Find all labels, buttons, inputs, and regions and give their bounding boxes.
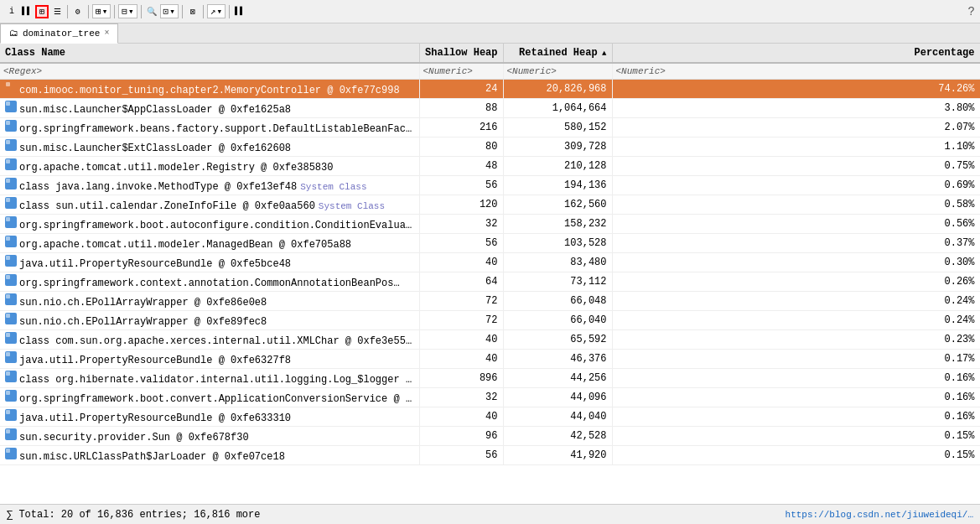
- cell-class-name: class java.lang.invoke.MethodType @ 0xfe…: [0, 176, 419, 195]
- filter-dropdown[interactable]: ⊟ ▾: [118, 4, 137, 18]
- cell-retained-heap: 309,728: [503, 137, 612, 157]
- filter-dropdown-icon: ⊟: [122, 6, 127, 17]
- dominator-tree-tab[interactable]: 🗂 dominator_tree ×: [0, 23, 118, 44]
- cell-class-name: org.springframework.boot.convert.Applica…: [0, 388, 419, 407]
- table-row[interactable]: sun.nio.ch.EPollArrayWrapper @ 0xfe89fec…: [0, 311, 980, 330]
- group-dropdown-arrow: ▾: [169, 6, 175, 17]
- col-header-shallow-heap[interactable]: Shallow Heap: [419, 44, 503, 63]
- cell-shallow-heap: 40: [419, 350, 503, 369]
- cell-class-name: sun.misc.URLClassPath$JarLoader @ 0xfe07…: [0, 446, 419, 465]
- table-row[interactable]: org.springframework.boot.autoconfigure.c…: [0, 215, 980, 234]
- cell-shallow-heap: 72: [419, 311, 503, 330]
- chart-dropdown-arrow: ▾: [216, 6, 222, 17]
- col-header-class-name[interactable]: Class Name: [0, 44, 419, 63]
- col-header-retained-heap[interactable]: Retained Heap: [503, 44, 612, 63]
- cell-shallow-heap: 56: [419, 176, 503, 195]
- stats-icon[interactable]: ▌▌: [233, 5, 246, 18]
- cell-percentage: 0.58%: [612, 195, 980, 215]
- table-row[interactable]: sun.misc.Launcher$AppClassLoader @ 0xfe1…: [0, 99, 980, 118]
- class-icon[interactable]: ☰: [50, 5, 64, 18]
- cell-retained-heap: 44,040: [503, 407, 612, 427]
- table-row[interactable]: java.util.PropertyResourceBundle @ 0xfe6…: [0, 350, 980, 369]
- class-row-icon: [5, 351, 17, 363]
- cell-retained-heap: 103,528: [503, 234, 612, 253]
- toolbar: i ▌▌ ⊞ ☰ ⚙ ⊞ ▾ ⊟ ▾ 🔍 ⊡ ▾ ⊠ ↗ ▾ ▌▌ ?: [0, 0, 980, 23]
- table-body: <Regex> <Numeric> <Numeric> <Numeric> co…: [0, 63, 980, 465]
- cell-retained-heap: 44,096: [503, 388, 612, 407]
- table-row[interactable]: sun.nio.ch.EPollArrayWrapper @ 0xfe86e0e…: [0, 292, 980, 311]
- cell-class-name: org.apache.tomcat.util.modeler.ManagedBe…: [0, 234, 419, 253]
- view-dropdown[interactable]: ⊞ ▾: [92, 4, 111, 18]
- col-header-percentage[interactable]: Percentage: [612, 44, 980, 63]
- class-row-icon: [5, 371, 17, 382]
- cell-retained-heap: 66,040: [503, 311, 612, 330]
- cell-class-name: org.springframework.context.annotation.C…: [0, 272, 419, 292]
- filter-shallow[interactable]: <Numeric>: [419, 63, 503, 80]
- table-row[interactable]: org.springframework.beans.factory.suppor…: [0, 118, 980, 137]
- class-row-icon: [5, 255, 17, 267]
- cell-percentage: 1.10%: [612, 137, 980, 157]
- cell-retained-heap: 20,826,968: [503, 80, 612, 99]
- cell-percentage: 0.16%: [612, 407, 980, 427]
- table-row[interactable]: class java.lang.invoke.MethodType @ 0xfe…: [0, 176, 980, 195]
- chart-dropdown[interactable]: ↗ ▾: [207, 4, 226, 18]
- cell-retained-heap: 65,592: [503, 330, 612, 350]
- help-button[interactable]: ?: [968, 5, 975, 18]
- table-row[interactable]: sun.misc.Launcher$ExtClassLoader @ 0xfe1…: [0, 137, 980, 157]
- class-row-icon: [5, 390, 17, 402]
- filter-percent[interactable]: <Numeric>: [612, 63, 980, 80]
- class-row-icon: [5, 428, 17, 440]
- search-icon[interactable]: 🔍: [145, 5, 158, 18]
- cell-class-name: sun.nio.ch.EPollArrayWrapper @ 0xfe89fec…: [0, 311, 419, 330]
- cell-class-name: sun.misc.Launcher$ExtClassLoader @ 0xfe1…: [0, 137, 419, 157]
- table-row[interactable]: class org.hibernate.validator.internal.u…: [0, 369, 980, 388]
- cell-percentage: 0.75%: [612, 157, 980, 176]
- dominator-table: Class Name Shallow Heap Retained Heap Pe…: [0, 44, 980, 465]
- cell-percentage: 0.37%: [612, 234, 980, 253]
- cell-percentage: 0.24%: [612, 311, 980, 330]
- table-header-row: Class Name Shallow Heap Retained Heap Pe…: [0, 44, 980, 63]
- table-row[interactable]: org.apache.tomcat.util.modeler.ManagedBe…: [0, 234, 980, 253]
- tab-label: dominator_tree: [23, 29, 100, 39]
- layout-icon[interactable]: ⊠: [186, 5, 200, 18]
- cell-retained-heap: 83,480: [503, 253, 612, 272]
- table-row[interactable]: class com.sun.org.apache.xerces.internal…: [0, 330, 980, 350]
- status-url: https://blog.csdn.net/jiuweideqi/…: [786, 510, 973, 520]
- cell-retained-heap: 210,128: [503, 157, 612, 176]
- table-row[interactable]: org.apache.tomcat.util.modeler.Registry …: [0, 157, 980, 176]
- separator-2: [88, 5, 89, 18]
- class-row-icon: [5, 178, 17, 189]
- tab-close-button[interactable]: ×: [104, 29, 109, 38]
- filter-class-name[interactable]: <Regex>: [0, 63, 419, 80]
- cell-class-name: java.util.PropertyResourceBundle @ 0xfe5…: [0, 253, 419, 272]
- info-icon[interactable]: i: [5, 5, 18, 18]
- cell-class-name: sun.nio.ch.EPollArrayWrapper @ 0xfe86e0e…: [0, 292, 419, 311]
- class-row-icon: [5, 293, 17, 305]
- cell-class-name: sun.misc.Launcher$AppClassLoader @ 0xfe1…: [0, 99, 419, 118]
- table-row[interactable]: org.springframework.boot.convert.Applica…: [0, 388, 980, 407]
- table-row[interactable]: java.util.PropertyResourceBundle @ 0xfe6…: [0, 407, 980, 427]
- table-row[interactable]: com.imooc.monitor_tuning.chapter2.Memory…: [0, 80, 980, 99]
- cell-retained-heap: 46,376: [503, 350, 612, 369]
- cell-percentage: 0.16%: [612, 388, 980, 407]
- class-row-icon: [5, 81, 17, 93]
- table-row[interactable]: sun.security.provider.Sun @ 0xfe678f3096…: [0, 427, 980, 446]
- settings-icon[interactable]: ⚙: [71, 5, 85, 18]
- table-row[interactable]: class sun.util.calendar.ZoneInfoFile @ 0…: [0, 195, 980, 215]
- bar-chart-icon[interactable]: ▌▌: [20, 5, 34, 18]
- filter-retained[interactable]: <Numeric>: [503, 63, 612, 80]
- class-row-icon: [5, 197, 17, 209]
- class-row-icon: [5, 158, 17, 170]
- table-row[interactable]: org.springframework.context.annotation.C…: [0, 272, 980, 292]
- table-row[interactable]: sun.misc.URLClassPath$JarLoader @ 0xfe07…: [0, 446, 980, 465]
- status-text: ∑ Total: 20 of 16,836 entries; 16,816 mo…: [7, 509, 260, 521]
- table-row[interactable]: java.util.PropertyResourceBundle @ 0xfe5…: [0, 253, 980, 272]
- class-row-icon: [5, 236, 17, 247]
- cell-percentage: 0.24%: [612, 292, 980, 311]
- chart-icon: ↗: [210, 6, 216, 17]
- cell-shallow-heap: 72: [419, 292, 503, 311]
- group-dropdown[interactable]: ⊡ ▾: [160, 4, 179, 18]
- cell-percentage: 0.15%: [612, 446, 980, 465]
- table-icon[interactable]: ⊞: [35, 5, 49, 18]
- cell-shallow-heap: 216: [419, 118, 503, 137]
